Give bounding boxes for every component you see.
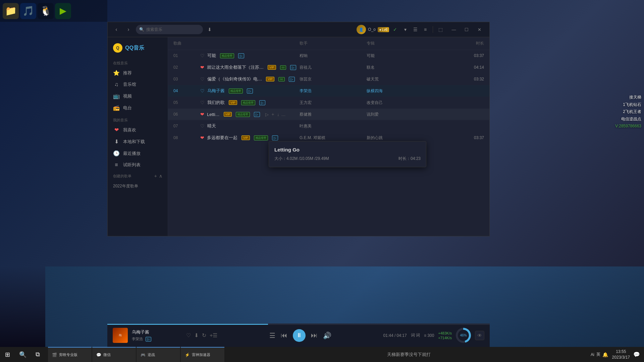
video-icon: 📺	[113, 93, 120, 99]
heart-icon[interactable]: ♡	[200, 88, 205, 94]
play-pause-button[interactable]: ⏸	[293, 329, 306, 342]
song-album: 可能	[367, 53, 450, 59]
more-action-icon[interactable]: …	[281, 112, 286, 117]
volume-button[interactable]: 🔊	[323, 331, 331, 340]
minimize-button[interactable]: —	[448, 23, 460, 36]
next-button[interactable]: ⏭	[311, 331, 318, 339]
wishlist-icon[interactable]: ☰	[411, 25, 419, 34]
table-row[interactable]: 01 ♡ 可能 精品母带 ▷ 程响 可能 03:37	[168, 50, 489, 62]
song-title: 就让这大雨全都落下（注苏…	[207, 64, 264, 70]
playlist-btn[interactable]: ☰	[269, 331, 275, 340]
close-button[interactable]: ✕	[473, 23, 485, 36]
taskbar-search-icon: 🔍	[19, 351, 26, 358]
table-row[interactable]: 07 ♡ 晴天 叶惠美	[168, 120, 489, 132]
badge-play: ▷	[272, 135, 278, 140]
lyrics-label: 词	[416, 333, 420, 338]
taskbar-icon-nvidia[interactable]: ▶	[55, 3, 71, 19]
sidebar-item-radio[interactable]: 📻 电台	[108, 102, 168, 114]
downloads-label: 本地和下载	[123, 139, 145, 145]
more-action-icon[interactable]: +☰	[210, 332, 217, 339]
playlist-item[interactable]: 2022年度歌单	[108, 181, 168, 191]
row-actions: ▷ ＋ ↓ …	[265, 111, 286, 117]
table-row[interactable]: 02 ❤ 就让这大雨全都落下（注苏… VIP 00 ▷ 容祖儿 联名 04:14	[168, 62, 489, 73]
table-row[interactable]: 04 ♡ 乌梅子酱 精品母带 ▷ 李荣浩 纵横四海	[168, 85, 489, 97]
dropdown-icon[interactable]: ▾	[401, 25, 409, 34]
prev-button[interactable]: ⏮	[281, 331, 287, 339]
menu-icon[interactable]: ≡	[421, 25, 429, 34]
song-artist: 容祖儿	[300, 65, 367, 70]
song-artist: 李荣浩	[300, 88, 367, 94]
sidebar-item-trial[interactable]: ≡ 试听列表	[108, 159, 168, 171]
circular-progress[interactable]: 46%	[456, 328, 471, 343]
heart-icon[interactable]: ♡	[200, 123, 205, 129]
badge-vip: VIP	[241, 135, 250, 140]
start-button[interactable]: ⊞	[0, 347, 15, 362]
settings-icon[interactable]: 👁	[475, 331, 484, 340]
now-playing-title: 乌梅子酱	[132, 329, 182, 335]
download-action-icon[interactable]: ⬇	[194, 332, 199, 339]
recommend-icon: ⭐	[113, 70, 120, 76]
heart-icon[interactable]: ♡	[200, 53, 205, 58]
badge-play: ▷	[290, 65, 296, 70]
taskview-button[interactable]: ⧉	[30, 347, 45, 362]
heart-icon[interactable]: ❤	[200, 65, 204, 70]
heart-icon[interactable]: ♡	[200, 100, 205, 105]
online-music-label: 在线音乐	[108, 58, 168, 67]
ai-label[interactable]: Ai	[591, 352, 594, 357]
notification-icon[interactable]: 🔔	[602, 352, 608, 357]
playlist-header: 创建的歌单 + ∧	[108, 171, 168, 181]
heart-icon[interactable]: ❤	[200, 135, 204, 140]
album-thumbnail: 梅	[113, 328, 128, 343]
progress-bar-container[interactable]	[107, 324, 490, 325]
title-right: 👤 O_o ♦ Lv6 ✓ ▾ ☰ ≡ ⬚ — ☐ ✕	[357, 23, 485, 36]
lyrics-button[interactable]: 词 词	[411, 333, 420, 338]
wechat-label: 微信	[103, 352, 111, 357]
badge-mv: 00	[280, 65, 286, 70]
thunder-icon: ⚡	[185, 353, 190, 357]
share-action-icon[interactable]: ↓	[277, 112, 279, 117]
table-row[interactable]: 05 ♡ 我们的歌 VIP 精品母带 ▷ 王力宏 改变自己	[168, 97, 489, 109]
heart-icon[interactable]: ❤	[200, 112, 204, 117]
search-button[interactable]: 🔍	[15, 347, 30, 362]
table-row[interactable]: 03 ♡ 偏爱（《仙剑奇侠传3》电… VIP 00 ▷ 张芸京 破天荒 03:3…	[168, 73, 489, 85]
playlist-collapse-btn[interactable]: ∧	[159, 173, 162, 179]
user-avatar[interactable]: 👤	[357, 25, 366, 34]
miniplayer-icon[interactable]: ⬚	[436, 25, 444, 34]
sidebar-item-recommend[interactable]: ⭐ 推荐	[108, 67, 168, 79]
search-bar[interactable]: 🔍 搜索音乐	[136, 25, 203, 34]
like-action-icon[interactable]: ♡	[186, 332, 191, 339]
overlay-line-5: V:2859786663	[615, 123, 641, 130]
play-action-icon[interactable]: ▷	[265, 112, 269, 117]
current-time: 01:44	[383, 333, 393, 338]
add-action-icon[interactable]: ＋	[271, 111, 275, 117]
notifications-btn[interactable]: 💬	[633, 351, 640, 358]
taskbar-icon-penguin[interactable]: 🐧	[38, 3, 54, 19]
lang-label[interactable]: 英	[596, 352, 600, 357]
table-row[interactable]: 06 ❤ Letti… VIP 精品母带 ▷ ▷ ＋ ↓ …	[168, 109, 489, 120]
sidebar-item-video[interactable]: 📺 视频	[108, 90, 168, 102]
forward-button[interactable]: ›	[124, 25, 133, 34]
playlist-add-btn[interactable]: +	[154, 173, 157, 179]
song-tooltip: Letting Go 大小：4.02M /10.05M /29.49M 时长：0…	[269, 141, 426, 167]
playlist-count-btn[interactable]: ≡ 300	[424, 333, 434, 338]
maximize-button[interactable]: ☐	[461, 23, 473, 36]
taskbar-right: 13:55 2023/3/17 💬	[608, 349, 644, 360]
sidebar-item-downloads[interactable]: ⬇ 本地和下载	[108, 136, 168, 147]
download-icon[interactable]: ⬇	[206, 25, 214, 34]
taskbar-app-wechat[interactable]: 💬 微信	[92, 347, 136, 362]
heart-icon[interactable]: ♡	[200, 76, 205, 82]
taskbar-app-jianyingpro[interactable]: 🎬 剪映专业版	[48, 347, 92, 362]
share-action-icon[interactable]: ↻	[202, 332, 206, 339]
sidebar-item-favorites[interactable]: ❤ 我喜欢	[108, 124, 168, 136]
username: O_o	[368, 27, 376, 32]
clock-date: 2023/3/17	[612, 355, 630, 360]
taskbar-app-nizhan[interactable]: 🎮 逆战	[137, 347, 180, 362]
main-content: Q QQ音乐 在线音乐 ⭐ 推荐 ♫ 音乐馆 📺 视频 📻 电台 我的音乐	[108, 37, 489, 236]
taskbar-icon-qq[interactable]: 🎵	[20, 3, 36, 19]
app-window: ‹ › 🔍 搜索音乐 ⬇ 👤 O_o ♦ Lv6 ✓ ▾ ☰ ≡ ⬚ — ☐ ✕	[107, 22, 490, 236]
back-button[interactable]: ‹	[112, 25, 121, 34]
sidebar-item-recent[interactable]: 🕒 最近播放	[108, 147, 168, 159]
sidebar-item-music-hall[interactable]: ♫ 音乐馆	[108, 79, 168, 90]
taskbar-icon-folder[interactable]: 📁	[3, 3, 19, 19]
taskbar-app-thunder[interactable]: ⚡ 雷神加速器	[181, 347, 224, 362]
